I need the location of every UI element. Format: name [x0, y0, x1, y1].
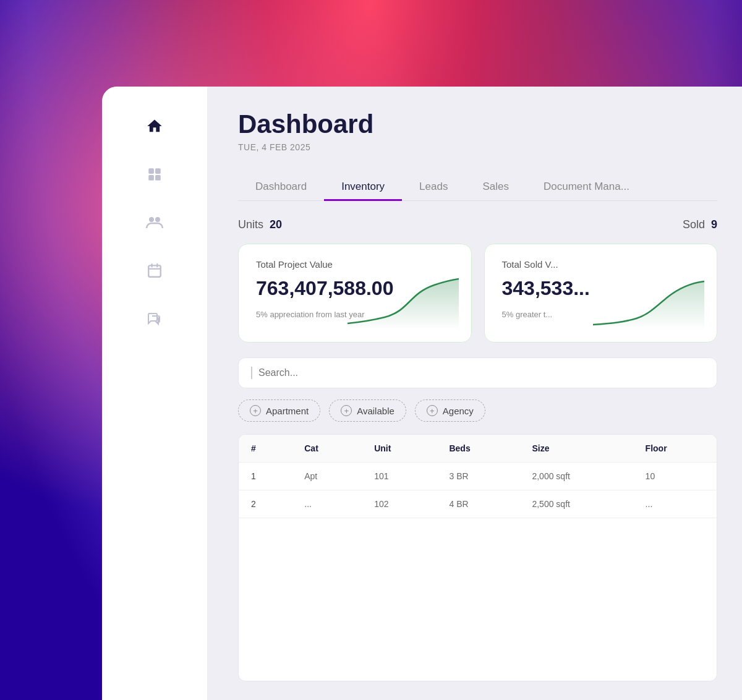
- chip-add-icon-2: +: [341, 405, 352, 416]
- main-window: Dashboard TUE, 4 FEB 2025 Dashboard Inve…: [102, 87, 742, 700]
- tab-inventory[interactable]: Inventory: [324, 174, 402, 201]
- row1-floor: 10: [633, 463, 717, 490]
- sidebar-item-people[interactable]: [140, 208, 169, 237]
- svg-rect-3: [155, 175, 161, 181]
- table-row[interactable]: 1 Apt 101 3 BR 2,000 sqft 10: [239, 463, 717, 490]
- row2-unit: 102: [362, 490, 437, 518]
- row1-beds: 3 BR: [437, 463, 519, 490]
- row1-size: 2,000 sqft: [519, 463, 633, 490]
- svg-rect-6: [148, 265, 161, 276]
- units-value: 20: [270, 218, 282, 231]
- units-stat: Units 20: [238, 218, 282, 231]
- sold-label: Sold: [683, 218, 705, 231]
- filter-agency[interactable]: + Agency: [415, 399, 485, 422]
- col-floor: Floor: [633, 435, 717, 463]
- page-date: TUE, 4 FEB 2025: [238, 142, 717, 152]
- search-bar[interactable]: [238, 357, 717, 388]
- filter-apartment-label: Apartment: [266, 406, 309, 416]
- row2-cat: ...: [292, 490, 362, 518]
- tab-sales[interactable]: Sales: [465, 174, 526, 201]
- total-sold-label: Total Sold V...: [502, 259, 700, 270]
- tab-dashboard[interactable]: Dashboard: [238, 174, 324, 201]
- col-size: Size: [519, 435, 633, 463]
- filter-apartment[interactable]: + Apartment: [238, 399, 320, 422]
- sold-stat: Sold 9: [683, 218, 717, 231]
- total-project-chart: [348, 274, 459, 330]
- row2-size: 2,500 sqft: [519, 490, 633, 518]
- total-project-card: Total Project Value 763,407,588.00 5% ap…: [238, 244, 472, 343]
- row2-floor: ...: [633, 490, 717, 518]
- metric-cards: Total Project Value 763,407,588.00 5% ap…: [238, 244, 717, 343]
- chip-add-icon: +: [250, 405, 261, 416]
- col-num: #: [239, 435, 292, 463]
- stats-row: Units 20 Sold 9: [238, 218, 717, 231]
- sidebar-item-chat[interactable]: [140, 304, 169, 334]
- tab-document-management[interactable]: Document Mana...: [526, 174, 647, 201]
- col-unit: Unit: [362, 435, 437, 463]
- inventory-table: # Cat Unit Beds Size Floor 1 Apt 101 3 B…: [238, 434, 717, 681]
- sidebar-item-calendar[interactable]: [140, 256, 169, 286]
- filter-chips: + Apartment + Available + Agency: [238, 399, 717, 422]
- table-row[interactable]: 2 ... 102 4 BR 2,500 sqft ...: [239, 490, 717, 518]
- sold-value: 9: [711, 218, 717, 231]
- total-sold-card: Total Sold V... 343,533... 5% greater t.…: [484, 244, 718, 343]
- sidebar-item-grid[interactable]: [140, 160, 169, 189]
- filter-available[interactable]: + Available: [329, 399, 406, 422]
- total-sold-chart: [593, 274, 704, 330]
- sidebar-item-home[interactable]: [140, 111, 169, 141]
- svg-rect-0: [148, 168, 154, 174]
- col-beds: Beds: [437, 435, 519, 463]
- col-cat: Cat: [292, 435, 362, 463]
- units-label: Units: [238, 218, 263, 231]
- page-title: Dashboard: [238, 111, 717, 137]
- main-content: Dashboard TUE, 4 FEB 2025 Dashboard Inve…: [207, 87, 742, 700]
- row1-unit: 101: [362, 463, 437, 490]
- svg-rect-2: [148, 175, 154, 181]
- filter-available-label: Available: [357, 406, 394, 416]
- total-project-label: Total Project Value: [256, 259, 454, 270]
- tab-leads[interactable]: Leads: [402, 174, 465, 201]
- sidebar: [102, 87, 207, 700]
- filter-agency-label: Agency: [443, 406, 474, 416]
- chip-add-icon-3: +: [427, 405, 438, 416]
- row2-beds: 4 BR: [437, 490, 519, 518]
- svg-rect-1: [155, 168, 161, 174]
- search-divider: [251, 367, 252, 379]
- search-input[interactable]: [258, 367, 704, 378]
- svg-point-5: [155, 217, 160, 222]
- row1-num: 1: [239, 463, 292, 490]
- nav-tabs: Dashboard Inventory Leads Sales Document…: [238, 174, 717, 201]
- svg-point-4: [149, 217, 154, 222]
- row2-num: 2: [239, 490, 292, 518]
- row1-cat: Apt: [292, 463, 362, 490]
